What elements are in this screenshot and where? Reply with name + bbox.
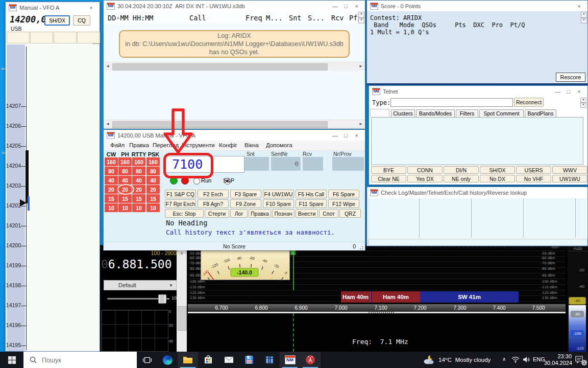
telnet-command-button[interactable]: WWV xyxy=(552,166,587,174)
band-button[interactable]: 40 xyxy=(146,176,160,185)
telnet-tab[interactable]: Clusters xyxy=(391,109,415,117)
entry-titlebar[interactable]: NM 14200,00 USB Manual - VFO A — □ × xyxy=(104,130,365,141)
bandmap-frequency[interactable]: 14201 xyxy=(6,221,26,229)
clock[interactable]: 23:30 30.04.2024 xyxy=(544,353,572,366)
band-button[interactable]: 20 xyxy=(105,185,118,194)
function-key-button[interactable]: F2 Exch xyxy=(198,190,229,198)
band-button[interactable]: 160 xyxy=(146,157,160,166)
bandmap-frequency[interactable]: 14198 xyxy=(6,281,26,289)
close-icon[interactable]: × xyxy=(351,132,362,139)
search-box[interactable] xyxy=(23,352,137,368)
sdr-spectrum[interactable]: -50 dBm-60 dBm-70 dBm-80 dBm-90 dBm-100 … xyxy=(188,250,566,304)
telnet-command-button[interactable]: No DX xyxy=(480,175,515,182)
function-key-button[interactable]: F6 Spare xyxy=(328,190,359,198)
action-button[interactable]: QRZ xyxy=(339,209,361,218)
log-titlebar[interactable]: NM 30.04.2024 20:30:10Z ARI DX INT - UW1… xyxy=(104,1,365,11)
band-button[interactable]: 20 xyxy=(146,185,160,194)
taskbar-grid-app[interactable] xyxy=(259,352,280,368)
bandmap-frequency[interactable]: 14206 xyxy=(6,122,26,130)
bandmap-frequency[interactable]: 14204 xyxy=(6,162,26,170)
action-button[interactable]: Спот xyxy=(319,209,338,218)
score-spinner[interactable]: ▲ ▼ xyxy=(581,12,587,24)
log-column-header[interactable]: M... xyxy=(266,14,283,22)
spinner-up-icon[interactable]: ▲ xyxy=(580,98,586,103)
band-button[interactable]: 40 xyxy=(132,176,145,185)
contrast-thumb[interactable]: -60 xyxy=(569,297,586,305)
telnet-output[interactable] xyxy=(371,117,583,165)
vfo-memory-box[interactable] xyxy=(77,32,100,43)
spinner-down-icon[interactable]: ▼ xyxy=(581,18,587,24)
wifi-icon[interactable] xyxy=(511,356,520,363)
function-key-button[interactable]: F5 His Call xyxy=(296,190,327,198)
function-key-button[interactable]: F7 Rpt Exch xyxy=(165,199,196,208)
telnet-command-button[interactable]: CONN xyxy=(407,166,443,174)
function-key-button[interactable]: F12 Wipe xyxy=(328,199,359,208)
log-spinner[interactable]: ▲ ▼ xyxy=(358,12,364,24)
waterfall-contrast-scale[interactable]: Auto -20 -40 -60 -80 -100 -120 xyxy=(568,245,588,352)
snt-field[interactable] xyxy=(244,157,269,171)
band-button[interactable]: 160 xyxy=(105,157,118,166)
close-icon[interactable]: × xyxy=(86,5,96,11)
telnet-tab[interactable]: BandPlans xyxy=(525,109,556,117)
frequency-ruler[interactable]: 6.7006.8006.9007.0007.1007.2007.3007.400… xyxy=(188,304,566,312)
close-icon[interactable]: × xyxy=(574,88,584,95)
telnet-command-button[interactable]: USERS xyxy=(516,166,551,174)
band-button[interactable]: 15 xyxy=(105,194,118,203)
log-scrollbar-upper[interactable]: ◄ ► xyxy=(104,62,365,71)
score-titlebar[interactable]: NM Score - 0 Points × xyxy=(367,1,587,11)
run-radio[interactable] xyxy=(193,178,200,185)
bandmap-frequency[interactable]: 14205 xyxy=(6,142,26,150)
spinner-down-icon[interactable]: ▼ xyxy=(358,18,364,24)
function-key-button[interactable]: F9 Zone xyxy=(230,199,261,208)
function-key-button[interactable]: F8 Agn? xyxy=(198,199,229,208)
slider-thumb[interactable] xyxy=(158,294,166,304)
scrollbar-thumb[interactable] xyxy=(112,121,328,128)
bandmap-frequency[interactable]: 14195 xyxy=(6,341,26,349)
log-column-header[interactable]: DD-MM HH:MM xyxy=(108,14,153,22)
bandmap-frequency[interactable]: 14200 xyxy=(6,241,26,249)
telnet-command-button[interactable]: Clear NE xyxy=(371,175,406,182)
telnet-command-button[interactable]: SH/DX xyxy=(480,166,515,174)
search-input[interactable] xyxy=(41,352,135,368)
band-button[interactable]: 80 xyxy=(105,167,118,175)
taskbar-mail[interactable] xyxy=(218,352,239,368)
resize-grip[interactable] xyxy=(359,245,364,249)
volume-icon[interactable] xyxy=(523,356,530,363)
bandmap-frequency[interactable]: 14207 xyxy=(6,102,26,110)
log-scrollbar-lower[interactable]: ◄ ► xyxy=(104,120,365,129)
function-key-button[interactable]: F11 Spare xyxy=(296,199,327,208)
tab-blank[interactable] xyxy=(370,109,389,117)
close-icon[interactable]: × xyxy=(574,3,584,9)
band-button[interactable]: 80 xyxy=(132,167,145,175)
bandmap-frequency[interactable]: 14199 xyxy=(6,261,26,269)
band-button[interactable]: 10 xyxy=(132,203,145,212)
vfo-titlebar[interactable]: NM Manual - VFO A × xyxy=(6,2,100,13)
bandmap[interactable]: 14207 14206 14205 14204 14203 14202 1420… xyxy=(6,44,100,351)
scroll-left-icon[interactable]: ◄ xyxy=(104,62,112,71)
menu-item[interactable]: Конфіг xyxy=(219,142,237,148)
scroll-right-icon[interactable]: ► xyxy=(357,120,365,129)
telnet-titlebar[interactable]: NM Telnet — □ × xyxy=(369,86,587,97)
log-column-header[interactable]: S... xyxy=(308,14,325,22)
action-button[interactable]: Внести xyxy=(296,209,318,218)
function-key-button[interactable]: F3 Spare xyxy=(230,190,261,198)
minimize-icon[interactable]: — xyxy=(330,132,340,139)
rcv-field[interactable] xyxy=(303,157,323,171)
close-icon[interactable]: × xyxy=(351,3,362,9)
band-button[interactable]: 80 xyxy=(118,167,132,175)
action-button[interactable]: Esc: Stop xyxy=(165,209,204,218)
log-column-header[interactable]: Rcv xyxy=(331,14,344,22)
spinner-down-icon[interactable]: ▼ xyxy=(580,103,586,108)
tune-marker-line[interactable] xyxy=(293,250,294,290)
cq-button[interactable]: CQ xyxy=(73,15,90,26)
maximize-icon[interactable]: □ xyxy=(340,3,351,9)
scroll-left-icon[interactable]: ◄ xyxy=(104,120,112,129)
function-key-button[interactable]: F4 UW1WU xyxy=(263,190,294,198)
telnet-tab[interactable]: Filters xyxy=(456,109,478,117)
bandmap-frequency[interactable]: 14197 xyxy=(6,301,26,309)
menu-item[interactable]: Вікна xyxy=(244,142,259,148)
vfo-memory-box[interactable] xyxy=(54,32,77,43)
telnet-tab[interactable]: Spot Comment xyxy=(479,109,524,117)
menu-item[interactable]: Файл xyxy=(110,142,125,148)
log-column-header[interactable]: Freq xyxy=(246,14,262,22)
